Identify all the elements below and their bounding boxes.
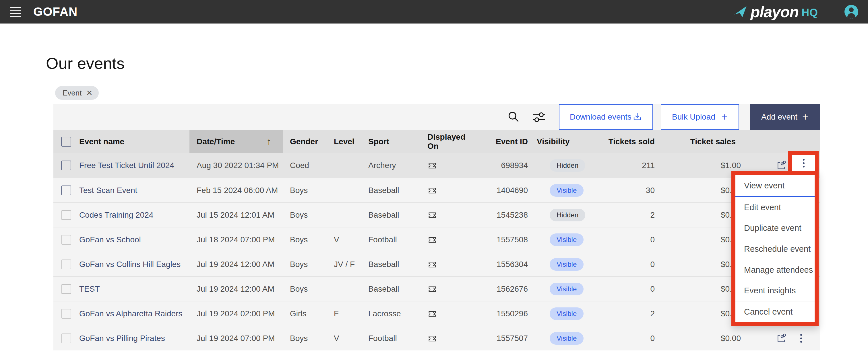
search-icon	[507, 111, 520, 123]
bulk-upload-label: Bulk Upload	[672, 112, 715, 121]
event-id: 1557508	[475, 227, 530, 252]
event-datetime: Jul 19 2024 12:00 AM	[189, 277, 283, 301]
visibility-badge: Visible	[550, 332, 584, 345]
ticket-icon	[427, 309, 437, 319]
col-header-event-id: Event ID	[475, 130, 530, 153]
ticket-icon	[427, 185, 437, 195]
add-event-button[interactable]: Add event +	[750, 104, 820, 130]
open-overflow-menu-button[interactable]	[792, 155, 815, 171]
row-checkbox[interactable]	[61, 161, 71, 170]
menu-item-event-insights[interactable]: Event insights	[735, 280, 815, 302]
row-checkbox[interactable]	[61, 235, 71, 245]
kebab-icon	[802, 158, 806, 169]
table-row: GoFan vs Collins Hill Eagles Jul 19 2024…	[53, 252, 820, 276]
event-sport: Football	[360, 227, 421, 252]
menu-item-duplicate-event[interactable]: Duplicate event	[735, 218, 815, 239]
event-sport: Archery	[360, 153, 421, 178]
visibility-badge: Visible	[550, 184, 584, 197]
event-name-link[interactable]: Free Test Ticket Until 2024	[79, 161, 174, 170]
table-row: GoFan vs Pilling Pirates Jul 19 2024 07:…	[53, 326, 820, 350]
event-name-link[interactable]: GoFan vs School	[79, 235, 141, 244]
menu-item-cancel-event[interactable]: Cancel event	[735, 301, 815, 322]
row-checkbox[interactable]	[61, 309, 71, 319]
search-button[interactable]	[501, 104, 526, 130]
event-name-link[interactable]: GoFan vs Pilling Pirates	[79, 334, 165, 343]
col-header-datetime-sort[interactable]: Date/Time ↑	[189, 130, 283, 153]
menu-item-view-event[interactable]: View event	[735, 175, 815, 197]
visibility-badge: Visible	[550, 234, 584, 246]
menu-item-edit-event[interactable]: Edit event	[735, 197, 815, 218]
event-name-link[interactable]: Test Scan Event	[79, 186, 137, 195]
col-header-visibility: Visibility	[530, 130, 584, 153]
tickets-sold-value: 0	[584, 277, 656, 301]
ticket-sales-value: $0.00	[656, 302, 742, 326]
event-datetime: Jul 19 2024 02:00 PM	[189, 302, 283, 326]
event-name-link[interactable]: GoFan vs Collins Hill Eagles	[79, 260, 181, 269]
event-gender: Boys	[283, 178, 326, 203]
user-avatar-icon[interactable]	[844, 5, 858, 19]
table-body: Free Test Ticket Until 2024 Aug 30 2022 …	[53, 153, 820, 350]
event-sport: Baseball	[360, 277, 421, 301]
event-gender: Boys	[283, 227, 326, 252]
event-name-link[interactable]: Codes Training 2024	[79, 210, 153, 220]
event-level	[326, 153, 360, 178]
ticket-sales-value: $0.00	[656, 203, 742, 227]
event-gender: Boys	[283, 252, 326, 276]
hq-wordmark: HQ	[802, 7, 818, 19]
event-name-link[interactable]: TEST	[79, 284, 100, 294]
event-name-link[interactable]: GoFan vs Alpharetta Raiders	[79, 309, 183, 318]
col-header-gender: Gender	[283, 130, 326, 153]
event-id: 1557507	[475, 326, 530, 350]
event-level	[326, 277, 360, 301]
col-header-displayed-on: Displayed On	[421, 130, 475, 153]
row-checkbox[interactable]	[61, 210, 71, 220]
share-link-icon[interactable]	[776, 332, 787, 344]
ticket-sales-value: $0.00	[656, 227, 742, 252]
filter-chip-label: Event	[63, 89, 82, 98]
chip-close-icon[interactable]: ✕	[86, 89, 93, 98]
event-sport: Football	[360, 326, 421, 350]
download-icon	[632, 112, 642, 122]
event-gender: Boys	[283, 326, 326, 350]
filter-settings-button[interactable]	[526, 104, 552, 130]
event-gender: Girls	[283, 302, 326, 326]
ticket-sales-value: $0.00	[656, 252, 742, 276]
event-datetime: Jul 19 2024 07:00 PM	[189, 326, 283, 350]
menu-item-reschedule-event[interactable]: Reschedule event	[735, 239, 815, 259]
event-id: 698934	[475, 153, 530, 178]
share-link-icon[interactable]	[776, 160, 787, 171]
row-checkbox[interactable]	[61, 185, 71, 195]
col-header-level: Level	[326, 130, 360, 153]
visibility-badge: Visible	[550, 307, 584, 320]
row-checkbox[interactable]	[61, 259, 71, 269]
select-all-checkbox[interactable]	[61, 137, 71, 146]
tickets-sold-value: 30	[584, 178, 656, 203]
event-sport: Baseball	[360, 252, 421, 276]
visibility-badge: Visible	[550, 258, 584, 271]
col-header-tickets-sold: Tickets sold	[584, 130, 656, 153]
ticket-sales-value: $0.00	[656, 178, 742, 203]
download-events-button[interactable]: Download events	[559, 104, 653, 130]
col-header-ticket-sales: Ticket sales	[656, 130, 742, 153]
tickets-sold-value: 0	[584, 252, 656, 276]
event-sport: Lacrosse	[360, 302, 421, 326]
filter-chip-event[interactable]: Event ✕	[55, 86, 99, 100]
visibility-badge: Hidden	[550, 209, 585, 221]
row-checkbox[interactable]	[61, 284, 71, 294]
event-datetime: Aug 30 2022 01:34 PM	[189, 153, 283, 178]
event-id: 1556304	[475, 252, 530, 276]
event-sport: Baseball	[360, 203, 421, 227]
bulk-upload-button[interactable]: Bulk Upload +	[661, 104, 739, 130]
event-datetime: Feb 15 2024 06:00 AM	[189, 178, 283, 203]
table-row: GoFan vs School Jul 18 2024 07:00 PM Boy…	[53, 227, 820, 252]
event-level: JV / F	[326, 252, 360, 276]
page-title: Our events	[46, 54, 125, 73]
visibility-badge: Hidden	[550, 159, 585, 172]
menu-item-manage-attendees[interactable]: Manage attendees	[735, 259, 815, 280]
ticket-sales-value: $1.00	[656, 153, 742, 178]
menu-icon[interactable]	[10, 7, 21, 16]
row-checkbox[interactable]	[61, 334, 71, 343]
row-overflow-menu-icon[interactable]	[799, 333, 803, 344]
app-header: GOFAN playon HQ	[0, 0, 868, 24]
col-header-event-name: Event name	[79, 130, 189, 153]
